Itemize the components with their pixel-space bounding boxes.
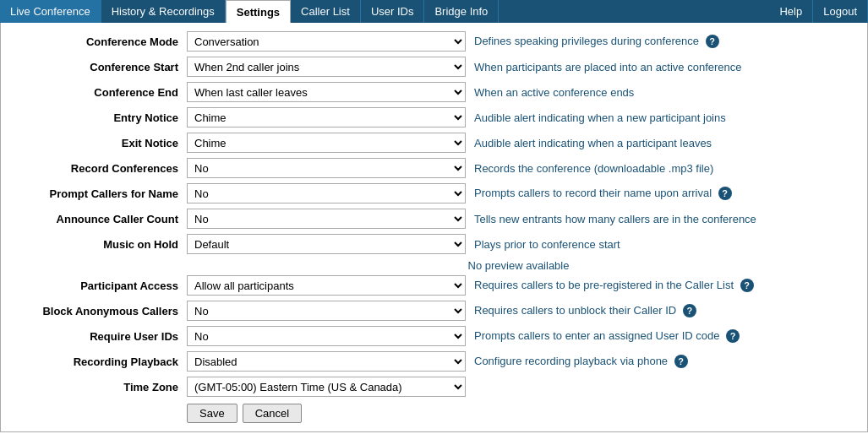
time-zone-select[interactable]: (GMT-05:00) Eastern Time (US & Canada) (… [187,377,466,397]
nav-live-conference[interactable]: Live Conference [0,0,101,23]
nav-user-ids[interactable]: User IDs [361,0,425,23]
block-anonymous-description: Requires callers to unblock their Caller… [474,304,850,318]
conference-end-control: When last caller leaves When host leaves… [187,82,466,102]
prompt-callers-control: No Yes [187,183,466,203]
announce-caller-count-label: Announce Caller Count [18,213,187,225]
require-user-ids-select[interactable]: No Yes [187,326,466,346]
conference-mode-row: Conference Mode Conversation Lecture Q&A… [18,31,850,52]
announce-caller-count-row: Announce Caller Count No Yes Tells new e… [18,209,850,229]
nav-help[interactable]: Help [769,0,813,23]
prompt-callers-description: Prompts callers to record their name upo… [474,187,850,201]
nav-settings[interactable]: Settings [226,0,291,23]
require-user-ids-help-icon[interactable]: ? [726,329,740,343]
entry-notice-label: Entry Notice [18,111,187,124]
block-anonymous-select[interactable]: No Yes [187,301,466,321]
block-anonymous-help-icon[interactable]: ? [683,304,696,317]
nav-bridge-info[interactable]: Bridge Info [424,0,499,23]
participant-access-description: Requires callers to be pre-registered in… [474,279,850,293]
announce-caller-count-description: Tells new entrants how many callers are … [474,213,850,225]
music-on-hold-control: Default None Custom [187,234,466,254]
conference-start-row: Conference Start When 2nd caller joins I… [18,57,850,77]
conference-start-control: When 2nd caller joins Immediately With h… [187,57,466,77]
record-conferences-select[interactable]: No Yes [187,158,466,178]
recording-playback-description: Configure recording playback via phone ? [474,355,850,369]
entry-notice-row: Entry Notice Chime Name None Audible ale… [18,107,850,127]
conference-start-label: Conference Start [18,61,187,73]
conference-start-description: When participants are placed into an act… [474,61,850,73]
nav-logout[interactable]: Logout [813,0,868,23]
participant-access-row: Participant Access Allow all participant… [18,275,850,296]
no-preview-text: No preview available [187,259,850,272]
music-on-hold-description: Plays prior to conference start [474,238,850,251]
participant-access-help-icon[interactable]: ? [740,279,754,292]
announce-caller-count-select[interactable]: No Yes [187,209,466,229]
recording-playback-select[interactable]: Disabled Enabled [187,351,466,372]
conference-mode-select[interactable]: Conversation Lecture Q&A [187,31,466,52]
entry-notice-select[interactable]: Chime Name None [187,107,466,127]
conference-end-description: When an active conference ends [474,86,850,99]
conference-mode-control: Conversation Lecture Q&A [187,31,466,52]
record-conferences-control: No Yes [187,158,466,178]
conference-start-select[interactable]: When 2nd caller joins Immediately With h… [187,57,466,77]
participant-access-select[interactable]: Allow all participants Registered only [187,275,466,296]
record-conferences-row: Record Conferences No Yes Records the co… [18,158,850,178]
require-user-ids-label: Require User IDs [18,330,187,343]
require-user-ids-description: Prompts callers to enter an assigned Use… [474,329,850,344]
block-anonymous-row: Block Anonymous Callers No Yes Requires … [18,301,850,321]
conference-mode-label: Conference Mode [18,35,187,48]
settings-content: Conference Mode Conversation Lecture Q&A… [0,23,868,432]
prompt-callers-row: Prompt Callers for Name No Yes Prompts c… [18,183,850,203]
prompt-callers-help-icon[interactable]: ? [718,187,732,200]
conference-mode-description: Defines speaking privileges during confe… [474,35,850,49]
recording-playback-label: Recording Playback [18,355,187,368]
record-conferences-description: Records the conference (downloadable .mp… [474,162,850,175]
entry-notice-description: Audible alert indicating when a new part… [474,111,850,124]
record-conferences-label: Record Conferences [18,162,187,175]
nav-caller-list[interactable]: Caller List [291,0,361,23]
music-on-hold-label: Music on Hold [18,238,187,251]
conference-end-row: Conference End When last caller leaves W… [18,82,850,102]
cancel-button[interactable]: Cancel [243,404,302,423]
recording-playback-help-icon[interactable]: ? [674,355,688,368]
prompt-callers-select[interactable]: No Yes [187,183,466,203]
entry-notice-control: Chime Name None [187,107,466,127]
conference-mode-help-icon[interactable]: ? [706,35,719,48]
save-button[interactable]: Save [187,404,237,423]
music-on-hold-row: Music on Hold Default None Custom Plays … [18,234,850,254]
block-anonymous-control: No Yes [187,301,466,321]
require-user-ids-control: No Yes [187,326,466,346]
recording-playback-control: Disabled Enabled [187,351,466,372]
conference-end-label: Conference End [18,86,187,99]
exit-notice-row: Exit Notice Chime Name None Audible aler… [18,133,850,153]
button-row: Save Cancel [18,404,850,423]
exit-notice-label: Exit Notice [18,137,187,149]
participant-access-label: Participant Access [18,279,187,292]
exit-notice-select[interactable]: Chime Name None [187,133,466,153]
nav-history-recordings[interactable]: History & Recordings [101,0,226,23]
prompt-callers-label: Prompt Callers for Name [18,187,187,200]
block-anonymous-label: Block Anonymous Callers [18,305,187,317]
time-zone-label: Time Zone [18,381,187,393]
announce-caller-count-control: No Yes [187,209,466,229]
conference-end-select[interactable]: When last caller leaves When host leaves… [187,82,466,102]
recording-playback-row: Recording Playback Disabled Enabled Conf… [18,351,850,372]
time-zone-control: (GMT-05:00) Eastern Time (US & Canada) (… [187,377,466,397]
music-on-hold-select[interactable]: Default None Custom [187,234,466,254]
exit-notice-control: Chime Name None [187,133,466,153]
time-zone-row: Time Zone (GMT-05:00) Eastern Time (US &… [18,377,850,397]
participant-access-control: Allow all participants Registered only [187,275,466,296]
nav-bar: Live Conference History & Recordings Set… [0,0,868,23]
exit-notice-description: Audible alert indicating when a particip… [474,137,850,149]
require-user-ids-row: Require User IDs No Yes Prompts callers … [18,326,850,346]
